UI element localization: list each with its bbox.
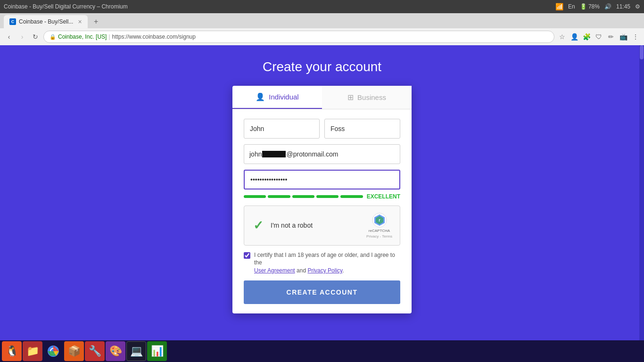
tab-label: Coinbase - Buy/Sell... xyxy=(19,18,73,25)
browser-chrome: C Coinbase - Buy/Sell... × + ‹ › ↻ 🔒 Coi… xyxy=(0,13,644,45)
address-bar[interactable]: 🔒 Coinbase, Inc. [US] | https://www.coin… xyxy=(43,31,554,43)
cast-icon[interactable]: 📺 xyxy=(619,32,628,41)
signup-form: john @protonmail.com EXCELLENT xyxy=(232,109,412,304)
volume-icon: 🔊 xyxy=(604,3,611,10)
lang-indicator: En xyxy=(568,3,575,10)
strength-bar-5 xyxy=(340,195,363,198)
strength-bar-4 xyxy=(316,195,339,198)
extension-icon-1[interactable]: 🧩 xyxy=(582,32,591,41)
menu-button[interactable]: ⋮ xyxy=(631,32,640,41)
password-strength-row: EXCELLENT xyxy=(244,193,400,200)
extension-icon-2[interactable]: 🛡 xyxy=(594,32,603,41)
recaptcha-brand-label: reCAPTCHA xyxy=(369,229,390,233)
recaptcha-label: I'm not a robot xyxy=(271,222,313,229)
tab-individual-label: Individual xyxy=(269,93,298,101)
clock: 11:45 xyxy=(616,3,630,10)
taskbar-chromium-icon[interactable] xyxy=(43,341,63,361)
reload-button[interactable]: ↻ xyxy=(30,32,41,42)
recaptcha-policy-links: Privacy - Terms xyxy=(366,234,392,239)
tab-favicon: C xyxy=(9,18,16,25)
titlebar-system-icons: 📶 En 🔋 78% 🔊 11:45 ⚙ xyxy=(555,3,640,10)
strength-bar-3 xyxy=(292,195,314,198)
taskbar-monitor-icon[interactable]: 📊 xyxy=(147,341,167,361)
tab-close-button[interactable]: × xyxy=(78,18,82,25)
password-input[interactable] xyxy=(244,170,400,189)
taskbar-tools-icon[interactable]: 🔧 xyxy=(85,341,105,361)
new-tab-button[interactable]: + xyxy=(90,15,103,28)
taskbar: 🐧 📁 📦 🔧 🎨 💻 📊 xyxy=(0,340,644,362)
terms-checkbox[interactable] xyxy=(244,252,250,259)
browser-navigation: ‹ › ↻ 🔒 Coinbase, Inc. [US] | https://ww… xyxy=(0,28,644,45)
terms-row: I certify that I am 18 years of age or o… xyxy=(244,251,400,275)
url-text: https://www.coinbase.com/signup xyxy=(112,33,196,40)
recaptcha-checkbox[interactable]: ✓ xyxy=(252,219,265,232)
strength-bars xyxy=(244,195,363,198)
tab-business-label: Business xyxy=(357,93,386,101)
first-name-input[interactable] xyxy=(244,119,320,139)
wifi-icon: 📶 xyxy=(555,3,563,10)
forward-button[interactable]: › xyxy=(17,32,27,42)
browser-action-icons: ☆ 👤 🧩 🛡 ✏ 📺 ⋮ xyxy=(557,32,640,41)
recaptcha-branding: r reCAPTCHA Privacy - Terms xyxy=(366,213,392,239)
recaptcha-logo-icon: r xyxy=(372,213,387,228)
recaptcha-widget[interactable]: ✓ I'm not a robot r reCAPTCHA Privacy - xyxy=(244,206,400,246)
os-titlebar: Coinbase - Buy/Sell Digital Currency – C… xyxy=(0,0,644,13)
active-tab[interactable]: C Coinbase - Buy/Sell... × xyxy=(4,15,88,28)
strength-bar-2 xyxy=(268,195,290,198)
page-content: Create your account 👤 Individual ⊞ Busin… xyxy=(0,45,644,340)
name-row xyxy=(244,119,400,139)
site-identity: Coinbase, Inc. [US] xyxy=(58,33,107,40)
create-account-button[interactable]: CREATE ACCOUNT xyxy=(244,280,400,304)
svg-text:r: r xyxy=(379,218,380,222)
recaptcha-terms-link[interactable]: Terms xyxy=(382,234,392,239)
tab-individual[interactable]: 👤 Individual xyxy=(232,86,322,109)
page-title: Create your account xyxy=(263,59,381,74)
tab-business[interactable]: ⊞ Business xyxy=(322,86,412,109)
taskbar-purple-app-icon[interactable]: 🎨 xyxy=(106,341,125,361)
secure-icon: 🔒 xyxy=(50,34,56,40)
email-input[interactable] xyxy=(244,144,400,164)
bookmark-star-icon[interactable]: ☆ xyxy=(557,32,567,41)
signup-card: 👤 Individual ⊞ Business john @proto xyxy=(232,86,412,313)
extension-icon-3[interactable]: ✏ xyxy=(606,32,616,41)
privacy-policy-link[interactable]: Privacy Policy xyxy=(307,267,342,274)
last-name-input[interactable] xyxy=(324,119,400,139)
power-icon: ⚙ xyxy=(635,3,640,10)
terms-text: I certify that I am 18 years of age or o… xyxy=(254,251,400,275)
profile-icon[interactable]: 👤 xyxy=(570,32,579,41)
url-separator: | xyxy=(108,33,110,40)
account-type-tabs: 👤 Individual ⊞ Business xyxy=(232,86,412,109)
titlebar-title: Coinbase - Buy/Sell Digital Currency – C… xyxy=(4,3,128,10)
battery-indicator: 🔋 78% xyxy=(580,3,600,10)
checkmark-icon: ✓ xyxy=(253,218,264,233)
taskbar-software-icon[interactable]: 📦 xyxy=(64,341,84,361)
recaptcha-left: ✓ I'm not a robot xyxy=(252,219,313,232)
strength-label: EXCELLENT xyxy=(367,193,400,200)
email-container: john @protonmail.com xyxy=(244,144,400,164)
user-agreement-link[interactable]: User Agreement xyxy=(254,267,295,274)
scrollbar[interactable] xyxy=(639,45,644,340)
back-button[interactable]: ‹ xyxy=(4,32,14,42)
business-icon: ⊞ xyxy=(347,93,354,102)
taskbar-files-icon[interactable]: 📁 xyxy=(23,341,42,361)
taskbar-terminal-icon[interactable]: 💻 xyxy=(126,341,146,361)
browser-tab-bar: C Coinbase - Buy/Sell... × + xyxy=(0,13,644,28)
scrollbar-thumb[interactable] xyxy=(640,45,644,59)
individual-icon: 👤 xyxy=(256,92,265,101)
recaptcha-privacy-link[interactable]: Privacy xyxy=(366,234,379,239)
taskbar-ubuntu-icon[interactable]: 🐧 xyxy=(2,341,22,361)
strength-bar-1 xyxy=(244,195,266,198)
